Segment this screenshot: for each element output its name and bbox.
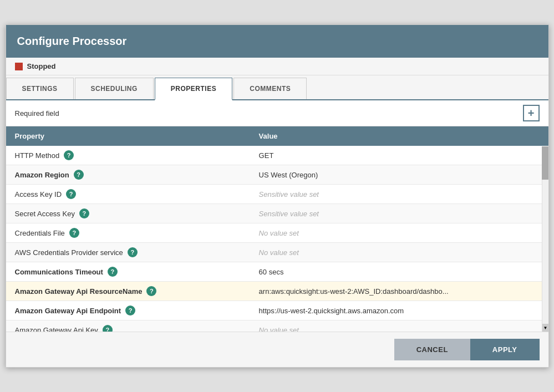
property-name: Amazon Gateway Api Endpoint xyxy=(15,307,121,315)
help-icon[interactable]: ? xyxy=(108,267,118,277)
help-icon[interactable]: ? xyxy=(128,247,138,257)
tab-settings[interactable]: SETTINGS xyxy=(6,78,74,99)
property-value[interactable]: arn:aws:quicksight:us-west-2:AWS_ID:dash… xyxy=(250,282,548,301)
help-icon[interactable]: ? xyxy=(125,306,135,315)
col-header-value: Value xyxy=(250,126,548,146)
help-icon[interactable]: ? xyxy=(146,286,156,296)
property-name: Amazon Gateway Api ResourceName xyxy=(15,287,143,296)
tab-scheduling[interactable]: SCHEDULING xyxy=(75,78,154,99)
property-value[interactable]: Sensitive value set xyxy=(250,185,548,204)
table-row[interactable]: AWS Credentials Provider service?No valu… xyxy=(6,243,548,262)
dialog-header: Configure Processor xyxy=(6,25,548,58)
status-text: Stopped xyxy=(27,62,56,70)
property-value[interactable]: https://us-west-2.quicksight.aws.amazon.… xyxy=(250,301,548,320)
property-value[interactable]: No value set xyxy=(250,223,548,243)
status-bar: Stopped xyxy=(6,58,548,75)
property-name: HTTP Method xyxy=(15,151,60,160)
dialog-title: Configure Processor xyxy=(17,35,127,47)
table-row[interactable]: Amazon Gateway Api Key?No value set xyxy=(6,320,548,332)
property-value[interactable]: US West (Oregon) xyxy=(250,165,548,185)
property-value[interactable]: Sensitive value set xyxy=(250,204,548,223)
help-icon[interactable]: ? xyxy=(79,208,89,218)
tab-properties[interactable]: PROPERTIES xyxy=(155,78,232,100)
property-name: Amazon Region xyxy=(15,171,69,179)
cancel-button[interactable]: CANCEL xyxy=(394,339,470,360)
table-row[interactable]: Access Key ID?Sensitive value set xyxy=(6,185,548,204)
configure-processor-dialog: Configure Processor Stopped SETTINGS SCH… xyxy=(6,24,549,368)
col-header-property: Property xyxy=(6,126,250,146)
help-icon[interactable]: ? xyxy=(64,150,74,160)
property-name: Secret Access Key xyxy=(15,210,75,218)
property-name: Communications Timeout xyxy=(15,268,103,276)
apply-button[interactable]: APPLY xyxy=(470,339,540,360)
table-row[interactable]: Amazon Region?US West (Oregon) xyxy=(6,165,548,185)
required-field-bar: Required field + xyxy=(6,100,548,126)
table-row[interactable]: Amazon Gateway Api Endpoint?https://us-w… xyxy=(6,301,548,320)
properties-table: Property Value HTTP Method?GETAmazon Reg… xyxy=(6,126,548,332)
help-icon[interactable]: ? xyxy=(69,228,79,238)
property-name: AWS Credentials Provider service xyxy=(15,248,123,257)
scrollbar-thumb[interactable] xyxy=(542,146,548,180)
help-icon[interactable]: ? xyxy=(74,170,84,180)
add-property-button[interactable]: + xyxy=(523,105,540,121)
scroll-down-arrow[interactable]: ▼ xyxy=(542,324,548,332)
required-field-label: Required field xyxy=(15,109,59,118)
property-value[interactable]: 60 secs xyxy=(250,262,548,282)
table-row[interactable]: HTTP Method?GET xyxy=(6,146,548,165)
table-row[interactable]: Communications Timeout?60 secs xyxy=(6,262,548,282)
dialog-footer: CANCEL APPLY xyxy=(6,332,548,367)
table-row[interactable]: Amazon Gateway Api ResourceName?arn:aws:… xyxy=(6,282,548,301)
property-name: Credentials File xyxy=(15,229,65,237)
table-row[interactable]: Credentials File?No value set xyxy=(6,223,548,243)
table-row[interactable]: Secret Access Key?Sensitive value set xyxy=(6,204,548,223)
help-icon[interactable]: ? xyxy=(66,189,76,199)
property-name: Amazon Gateway Api Key xyxy=(15,326,98,332)
tab-bar: SETTINGS SCHEDULING PROPERTIES COMMENTS xyxy=(6,75,548,100)
properties-table-container: Property Value HTTP Method?GETAmazon Reg… xyxy=(6,126,548,332)
property-value[interactable]: No value set xyxy=(250,243,548,262)
stopped-indicator xyxy=(15,63,23,70)
property-value[interactable]: No value set xyxy=(250,320,548,332)
property-value[interactable]: GET xyxy=(250,146,548,165)
tab-comments[interactable]: COMMENTS xyxy=(233,78,307,99)
help-icon[interactable]: ? xyxy=(103,325,113,332)
property-name: Access Key ID xyxy=(15,190,62,198)
scrollbar-track[interactable]: ▲ ▼ xyxy=(542,146,548,332)
